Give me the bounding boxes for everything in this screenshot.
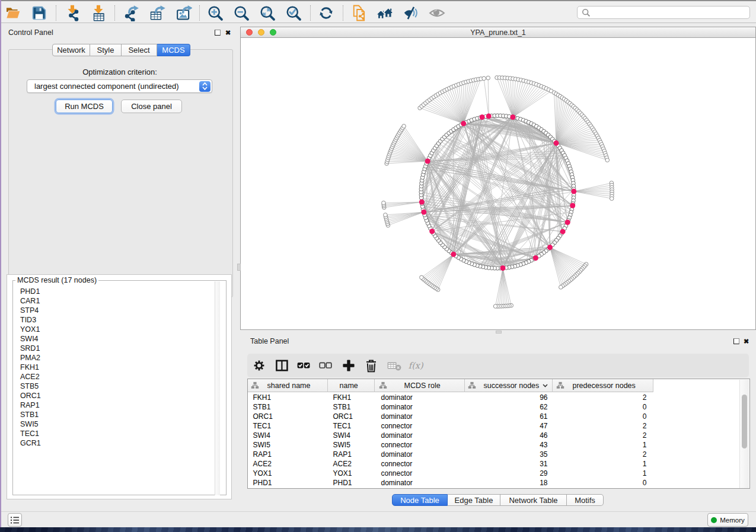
tab-style[interactable]: Style [90,44,122,56]
tab-select[interactable]: Select [122,44,157,56]
column-header-label: name [340,382,358,390]
control-panel-close-icon[interactable]: ✖ [225,30,231,36]
select-all-checkbox-icon[interactable] [295,357,312,374]
toolbar-separator [310,5,311,21]
delete-column-icon[interactable] [363,357,379,374]
tab-network[interactable]: Network [52,44,90,56]
table-panel-close-icon[interactable]: ✖ [744,338,749,344]
tab-edge-table[interactable]: Edge Table [448,494,500,506]
mcds-result-node[interactable]: SWI4 [14,334,216,344]
mcds-result-node[interactable]: CAR1 [14,296,216,306]
table-scrollbar-thumb[interactable] [742,395,747,448]
tab-network-table[interactable]: Network Table [500,494,567,506]
network-window-titlebar[interactable]: YPA_prune.txt_1 [241,27,755,38]
column-header-shared-name[interactable]: shared name [248,379,328,392]
optimization-criterion-label: Optimization criterion: [1,68,238,76]
control-panel-float-icon[interactable] [215,30,221,36]
horizontal-splitter-grip[interactable] [496,331,502,334]
table-scrollbar[interactable] [739,380,749,488]
zoom-selected-icon[interactable] [285,5,302,21]
open-file-icon[interactable] [5,5,21,21]
home-networks-icon[interactable] [377,5,393,21]
delete-table-icon [386,357,403,374]
zoom-in-icon[interactable] [207,5,224,21]
copy-network-share-icon[interactable] [351,5,368,21]
table-row[interactable]: STB1STB1dominator620 [248,402,749,412]
mcds-result-node[interactable]: STB1 [14,410,216,419]
mcds-result-node[interactable]: GCR1 [14,438,216,448]
column-header-name[interactable]: name [328,379,375,392]
table-row[interactable]: PHD1PHD1dominator180 [248,478,749,488]
export-table-icon[interactable] [149,5,165,21]
network-window-title: YPA_prune.txt_1 [241,28,755,37]
import-network-icon[interactable] [64,5,81,21]
network-graph-canvas[interactable]: .fan-node{fill:#fff;stroke:#6e6e6e;strok… [241,39,755,329]
memory-button[interactable]: Memory [707,513,748,527]
import-table-icon[interactable] [90,5,107,21]
mcds-result-node[interactable]: PHD1 [14,287,216,296]
run-mcds-button[interactable]: Run MCDS [56,100,113,113]
mcds-result-node[interactable]: FKH1 [14,363,216,372]
control-panel-tabs: NetworkStyleSelectMCDS [52,44,190,56]
column-header-predecessor-nodes[interactable]: predecessor nodes [553,379,653,392]
mcds-result-node[interactable]: ACE2 [14,372,216,382]
mcds-result-list[interactable]: PHD1CAR1STP4TID3YOX1SWI4SRD1PMA2FKH1ACE2… [14,287,216,448]
cell-successor-nodes: 18 [540,478,547,488]
show-analysis-icon[interactable] [429,5,445,21]
table-row[interactable]: SWI5SWI5connector431 [248,440,749,450]
table-row[interactable]: ORC1ORC1dominator610 [248,412,749,421]
cell-shared-name: TEC1 [253,421,272,431]
table-row[interactable]: TEC1TEC1connector472 [248,421,749,431]
cell-name: SWI4 [333,431,350,440]
task-history-button[interactable] [8,513,22,527]
mcds-result-node[interactable]: PMA2 [14,353,216,363]
table-row[interactable]: ACE2ACE2connector311 [248,459,749,469]
mcds-result-node[interactable]: RAP1 [14,400,216,410]
deselect-all-checkbox-icon[interactable] [317,357,334,374]
mcds-result-node[interactable]: STB5 [14,382,216,391]
svg-text:f(x): f(x) [409,361,424,370]
save-session-icon[interactable] [31,5,47,21]
cell-name: SWI5 [333,440,350,450]
tab-motifs[interactable]: Motifs [567,494,604,506]
table-panel-tabs: Node TableEdge TableNetwork TableMotifs [392,494,604,506]
mcds-result-node[interactable]: YOX1 [14,325,216,334]
cell-MCDS-role: dominator [381,450,413,459]
hide-analysis-icon[interactable] [403,5,419,21]
mcds-result-node[interactable]: SWI5 [14,419,216,429]
toolbar-separator [56,5,56,21]
mcds-result-node[interactable]: TID3 [14,315,216,325]
column-header-successor-nodes[interactable]: successor nodes [465,379,553,392]
close-panel-button[interactable]: Close panel [121,100,182,113]
table-row[interactable]: FKH1FKH1dominator962 [248,393,749,402]
mcds-result-node[interactable]: TEC1 [14,429,216,438]
vertical-splitter-grip[interactable] [237,264,241,271]
table-row[interactable]: RAP1RAP1dominator352 [248,450,749,459]
column-type-icon [556,382,564,389]
search-box[interactable] [577,6,750,19]
settings-gear-icon[interactable] [251,357,267,374]
export-image-icon[interactable] [176,5,192,21]
mcds-result-node[interactable]: ORC1 [14,391,216,400]
table-panel-title: Table Panel [250,337,289,345]
refresh-icon[interactable] [318,5,334,21]
zoom-out-icon[interactable] [233,5,250,21]
add-column-icon[interactable] [340,357,357,374]
column-header-MCDS-role[interactable]: MCDS role [375,379,465,392]
column-header-label: predecessor nodes [573,382,636,390]
table-panel-float-icon[interactable] [733,338,739,344]
criterion-dropdown[interactable]: largest connected component (undirected) [27,79,212,93]
zoom-fit-icon[interactable] [259,5,276,21]
mcds-result-node[interactable]: STP4 [14,306,216,315]
columns-icon[interactable] [273,357,290,374]
table-row[interactable]: SWI4SWI4dominator462 [248,431,749,440]
tab-node-table[interactable]: Node Table [392,494,448,506]
mcds-result-node[interactable]: SRD1 [14,344,216,353]
tab-mcds[interactable]: MCDS [157,44,190,56]
search-input[interactable] [591,7,749,18]
cell-MCDS-role: dominator [381,431,413,440]
mcds-result-scrollbar[interactable] [215,281,220,495]
table-row[interactable]: YOX1YOX1connector291 [248,469,749,478]
export-network-icon[interactable] [123,5,139,21]
cell-shared-name: PHD1 [253,478,272,488]
